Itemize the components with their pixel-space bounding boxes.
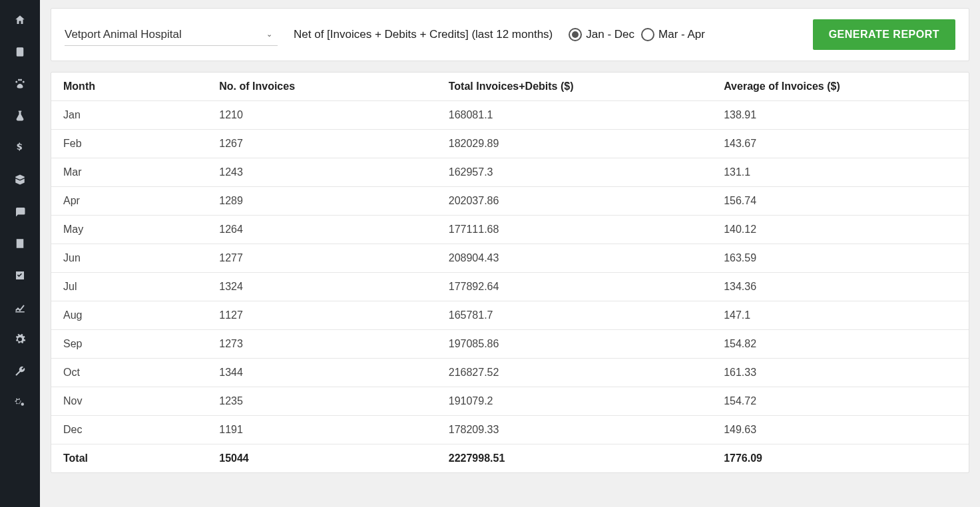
- radio-label: Mar - Apr: [658, 28, 705, 41]
- table-header-row: Month No. of Invoices Total Invoices+Deb…: [51, 73, 969, 101]
- cell-invoices: 1191: [207, 416, 437, 444]
- cell-invoices: 1273: [207, 330, 437, 359]
- table-row: Aug1127165781.7147.1: [51, 301, 969, 330]
- cell-avg: 163.59: [712, 244, 969, 273]
- gear-icon[interactable]: [13, 333, 27, 346]
- cell-month: Feb: [51, 130, 207, 158]
- table-row: May1264177111.68140.12: [51, 216, 969, 244]
- cell-total: 168081.1: [437, 101, 712, 130]
- cell-total: 177111.68: [437, 216, 712, 244]
- report-table-panel: Month No. of Invoices Total Invoices+Deb…: [51, 72, 969, 473]
- cell-avg: 134.36: [712, 273, 969, 301]
- hospital-dropdown-label: Vetport Animal Hospital: [65, 28, 182, 41]
- radio-jan-dec[interactable]: Jan - Dec: [569, 28, 634, 41]
- cell-avg: 140.12: [712, 216, 969, 244]
- table-row: Sep1273197085.86154.82: [51, 330, 969, 359]
- cell-month: Dec: [51, 416, 207, 444]
- chart-line-icon[interactable]: [13, 301, 27, 314]
- cell-invoices: 1277: [207, 244, 437, 273]
- dollar-icon[interactable]: [13, 141, 27, 154]
- table-row: Nov1235191079.2154.72: [51, 387, 969, 416]
- cell-avg: 147.1: [712, 301, 969, 330]
- cell-avg: 149.63: [712, 416, 969, 444]
- cell-invoices: 1243: [207, 158, 437, 187]
- total-cell-total: 2227998.51: [437, 444, 712, 473]
- column-month: Month: [51, 73, 207, 101]
- cell-month: Oct: [51, 359, 207, 387]
- cell-total: 162957.3: [437, 158, 712, 187]
- date-range-radio-group: Jan - Dec Mar - Apr: [569, 28, 705, 41]
- report-filter-panel: Vetport Animal Hospital ⌄ Net of [Invoic…: [51, 8, 969, 61]
- filter-description: Net of [Invoices + Debits + Credits] (la…: [294, 28, 553, 41]
- cell-invoices: 1344: [207, 359, 437, 387]
- main-content: Vetport Animal Hospital ⌄ Net of [Invoic…: [40, 0, 980, 507]
- cell-invoices: 1324: [207, 273, 437, 301]
- table-row: Oct1344216827.52161.33: [51, 359, 969, 387]
- paw-icon[interactable]: [13, 77, 27, 90]
- cell-month: Jun: [51, 244, 207, 273]
- table-row: Apr1289202037.86156.74: [51, 187, 969, 216]
- checkbox-icon[interactable]: [13, 269, 27, 282]
- cell-invoices: 1235: [207, 387, 437, 416]
- total-cell-month: Total: [51, 444, 207, 473]
- cell-total: 197085.86: [437, 330, 712, 359]
- cell-total: 178209.33: [437, 416, 712, 444]
- cell-total: 191079.2: [437, 387, 712, 416]
- report-table: Month No. of Invoices Total Invoices+Deb…: [51, 73, 969, 472]
- clipboard-icon[interactable]: [13, 45, 27, 59]
- radio-indicator: [641, 28, 654, 41]
- cell-invoices: 1264: [207, 216, 437, 244]
- wrench-icon[interactable]: [13, 365, 27, 378]
- cell-total: 216827.52: [437, 359, 712, 387]
- cell-avg: 131.1: [712, 158, 969, 187]
- sidebar: [0, 0, 40, 507]
- cell-month: Apr: [51, 187, 207, 216]
- radio-indicator: [569, 28, 582, 41]
- total-cell-invoices: 15044: [207, 444, 437, 473]
- cell-month: Nov: [51, 387, 207, 416]
- cogs-icon[interactable]: [13, 397, 27, 410]
- cell-avg: 161.33: [712, 359, 969, 387]
- cell-month: Jan: [51, 101, 207, 130]
- column-total: Total Invoices+Debits ($): [437, 73, 712, 101]
- total-cell-avg: 1776.09: [712, 444, 969, 473]
- cell-invoices: 1127: [207, 301, 437, 330]
- column-invoices: No. of Invoices: [207, 73, 437, 101]
- cell-avg: 138.91: [712, 101, 969, 130]
- cell-month: Aug: [51, 301, 207, 330]
- cell-invoices: 1210: [207, 101, 437, 130]
- flask-icon[interactable]: [13, 109, 27, 122]
- cell-month: May: [51, 216, 207, 244]
- cell-total: 208904.43: [437, 244, 712, 273]
- column-average: Average of Invoices ($): [712, 73, 969, 101]
- cell-month: Sep: [51, 330, 207, 359]
- radio-label: Jan - Dec: [586, 28, 634, 41]
- cell-total: 182029.89: [437, 130, 712, 158]
- table-row: Dec1191178209.33149.63: [51, 416, 969, 444]
- table-row: Jun1277208904.43163.59: [51, 244, 969, 273]
- table-row: Jul1324177892.64134.36: [51, 273, 969, 301]
- cell-total: 177892.64: [437, 273, 712, 301]
- cell-invoices: 1289: [207, 187, 437, 216]
- cell-invoices: 1267: [207, 130, 437, 158]
- box-icon[interactable]: [13, 173, 27, 186]
- home-icon[interactable]: [13, 13, 27, 27]
- cell-total: 165781.7: [437, 301, 712, 330]
- cell-avg: 143.67: [712, 130, 969, 158]
- hospital-dropdown[interactable]: Vetport Animal Hospital ⌄: [65, 24, 278, 46]
- cell-avg: 154.82: [712, 330, 969, 359]
- table-row: Feb1267182029.89143.67: [51, 130, 969, 158]
- cell-month: Mar: [51, 158, 207, 187]
- generate-report-button[interactable]: GENERATE REPORT: [813, 19, 955, 50]
- form-icon[interactable]: [13, 237, 27, 250]
- chat-icon[interactable]: [13, 205, 27, 218]
- cell-avg: 156.74: [712, 187, 969, 216]
- table-row: Jan1210168081.1138.91: [51, 101, 969, 130]
- table-total-row: Total150442227998.511776.09: [51, 444, 969, 473]
- cell-total: 202037.86: [437, 187, 712, 216]
- cell-avg: 154.72: [712, 387, 969, 416]
- chevron-down-icon: ⌄: [266, 30, 272, 39]
- cell-month: Jul: [51, 273, 207, 301]
- radio-mar-apr[interactable]: Mar - Apr: [641, 28, 705, 41]
- table-row: Mar1243162957.3131.1: [51, 158, 969, 187]
